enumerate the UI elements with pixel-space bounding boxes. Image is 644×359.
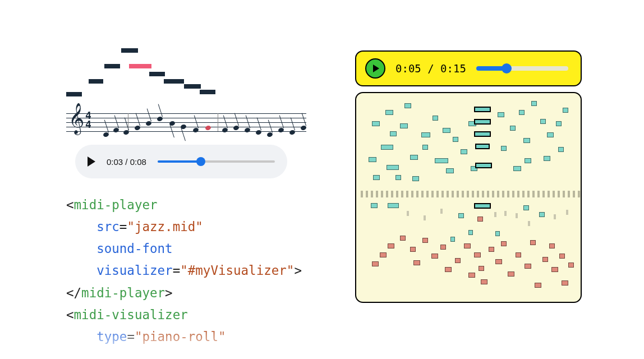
roll-note bbox=[510, 126, 516, 131]
staff-note bbox=[157, 116, 163, 122]
roll-note bbox=[421, 132, 430, 137]
roll-note bbox=[369, 157, 376, 162]
roll-note bbox=[372, 261, 379, 266]
staff-note bbox=[169, 121, 176, 127]
note-block bbox=[184, 84, 201, 89]
roll-note bbox=[395, 175, 401, 180]
audio-player-small: 0:03 / 0:08 bbox=[75, 145, 287, 178]
roll-note bbox=[501, 146, 507, 151]
staff-note bbox=[123, 130, 130, 136]
staff-note bbox=[222, 127, 228, 134]
seek-thumb[interactable] bbox=[196, 157, 205, 166]
play-button[interactable] bbox=[88, 157, 95, 167]
staff-note bbox=[192, 127, 199, 134]
note-block bbox=[121, 48, 138, 53]
roll-note bbox=[475, 144, 490, 149]
roll-note bbox=[504, 211, 507, 216]
seek-track[interactable] bbox=[476, 66, 568, 71]
roll-note bbox=[410, 247, 416, 252]
staff-note bbox=[244, 127, 251, 134]
roll-note bbox=[443, 128, 450, 133]
roll-note bbox=[523, 205, 529, 210]
roll-note bbox=[455, 258, 461, 263]
roll-note bbox=[568, 263, 574, 268]
staff-note bbox=[113, 127, 119, 134]
play-icon bbox=[373, 65, 379, 72]
roll-note bbox=[400, 236, 406, 241]
roll-note bbox=[544, 156, 550, 161]
staff-note bbox=[278, 127, 284, 134]
roll-note bbox=[556, 121, 562, 126]
time-display: 0:03 / 0:08 bbox=[107, 157, 146, 167]
staff-note bbox=[233, 125, 240, 131]
roll-note bbox=[525, 158, 531, 163]
roll-note bbox=[489, 247, 494, 252]
roll-note bbox=[495, 259, 502, 264]
roll-note bbox=[563, 108, 568, 113]
roll-note bbox=[531, 101, 537, 106]
staff-note bbox=[145, 121, 152, 127]
roll-note bbox=[464, 243, 471, 248]
roll-note bbox=[551, 267, 558, 272]
play-button[interactable] bbox=[365, 58, 385, 79]
roll-note bbox=[388, 203, 399, 208]
roll-note bbox=[481, 279, 487, 284]
music-staff: 𝄞 4 4 bbox=[66, 108, 306, 139]
roll-note bbox=[387, 165, 399, 170]
roll-note bbox=[390, 131, 397, 136]
roll-note bbox=[458, 213, 464, 218]
roll-note bbox=[468, 230, 473, 235]
roll-note bbox=[453, 137, 458, 142]
roll-note bbox=[519, 110, 525, 115]
staff-note bbox=[134, 125, 141, 131]
roll-note bbox=[422, 145, 428, 150]
roll-note bbox=[474, 252, 481, 257]
roll-note bbox=[404, 103, 411, 108]
note-block bbox=[66, 92, 82, 96]
roll-note bbox=[474, 119, 491, 125]
roll-note bbox=[373, 175, 380, 180]
staff-note bbox=[266, 132, 273, 138]
roll-note bbox=[422, 238, 428, 243]
left-demo-panel: 𝄞 4 4 0:03 / 0:08 <midi-player src="jazz… bbox=[66, 48, 324, 348]
right-demo-panel: 0:05 / 0:15 bbox=[355, 50, 582, 303]
roll-note bbox=[413, 260, 420, 265]
time-display: 0:05 / 0:15 bbox=[395, 62, 466, 75]
code-snippet: <midi-player src="jazz.mid" sound-font v… bbox=[66, 194, 324, 348]
time-signature: 4 4 bbox=[85, 111, 91, 129]
staff-note bbox=[180, 124, 187, 130]
note-blocks-art bbox=[66, 48, 234, 104]
roll-note bbox=[516, 252, 521, 257]
roll-note bbox=[424, 215, 426, 220]
note-block bbox=[164, 79, 184, 84]
seek-thumb[interactable] bbox=[502, 63, 512, 73]
roll-note bbox=[498, 112, 504, 117]
roll-note bbox=[468, 273, 475, 278]
roll-note bbox=[494, 212, 496, 217]
roll-note bbox=[446, 168, 454, 173]
roll-note bbox=[542, 257, 548, 262]
roll-note bbox=[445, 267, 452, 272]
roll-note bbox=[554, 214, 556, 219]
note-block bbox=[89, 79, 103, 84]
roll-note bbox=[433, 116, 438, 121]
roll-note bbox=[381, 145, 393, 150]
note-block bbox=[129, 64, 151, 68]
roll-note bbox=[539, 212, 545, 217]
roll-note bbox=[385, 110, 393, 115]
staff-note bbox=[255, 130, 262, 136]
roll-note bbox=[474, 107, 491, 112]
roll-note bbox=[380, 252, 387, 257]
roll-note bbox=[474, 131, 491, 137]
treble-clef-icon: 𝄞 bbox=[68, 104, 84, 131]
roll-note bbox=[547, 132, 554, 137]
staff-note bbox=[289, 130, 296, 136]
roll-note bbox=[549, 243, 555, 248]
roll-note bbox=[523, 138, 530, 143]
note-block bbox=[104, 64, 120, 68]
roll-note bbox=[461, 149, 467, 154]
seek-track[interactable] bbox=[158, 160, 275, 163]
roll-note bbox=[501, 241, 507, 246]
roll-note bbox=[435, 158, 448, 163]
roll-note bbox=[388, 243, 394, 248]
